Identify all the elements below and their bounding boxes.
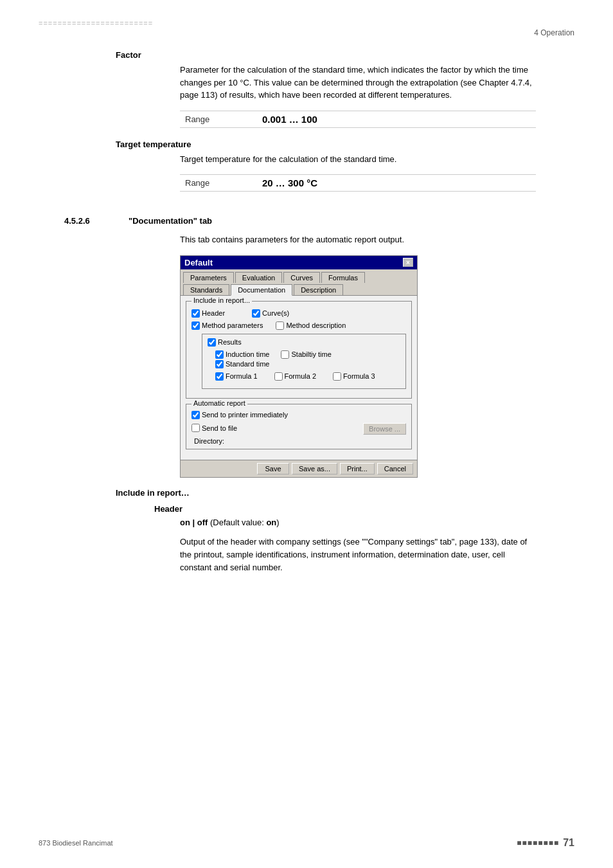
dialog-titlebar: Default ×	[181, 256, 417, 269]
results-checkbox[interactable]	[208, 338, 216, 347]
dialog-body: Include in report... Header Curve(s)	[181, 296, 417, 460]
footer-dots: ■■■■■■■■	[517, 838, 559, 847]
factor-range-label: Range	[180, 111, 257, 127]
header-on-off-line: on | off (Default value: on)	[180, 516, 536, 529]
header-checkbox[interactable]	[191, 309, 200, 318]
formula2-checkbox-item: Formula 2	[274, 372, 317, 381]
send-printer-checkbox[interactable]	[191, 411, 200, 419]
footer-product: 873 Biodiesel Rancimat	[39, 839, 113, 847]
header-label: Header	[202, 309, 225, 317]
default-dialog: Default × Parameters Evaluation Curves F…	[180, 255, 418, 478]
header-description: Output of the header with company settin…	[180, 536, 536, 574]
formula3-checkbox-item: Formula 3	[333, 372, 375, 381]
formula1-checkbox[interactable]	[215, 372, 224, 381]
method-desc-checkbox-item: Method description	[276, 321, 346, 330]
standard-time-label: Standard time	[226, 360, 269, 368]
results-label: Results	[218, 338, 242, 346]
target-temp-description: Target temperature for the calculation o…	[180, 153, 536, 166]
section-number: 4.5.2.6	[64, 216, 116, 226]
directory-row: Directory:	[191, 437, 406, 445]
factor-title: Factor	[116, 50, 574, 60]
send-file-checkbox-item: Send to file	[191, 424, 237, 432]
target-temp-range-value: 20 … 300 °C	[257, 175, 536, 192]
footer-page: 71	[563, 837, 574, 849]
method-params-checkbox-item: Method parameters	[191, 321, 263, 330]
page-footer: 873 Biodiesel Rancimat ■■■■■■■■ 71	[39, 837, 574, 849]
send-file-row: Send to file Browse ...	[191, 423, 406, 435]
send-printer-checkbox-item: Send to printer immediately	[191, 411, 288, 419]
tab-standards[interactable]: Standards	[183, 284, 229, 295]
standard-time-checkbox[interactable]	[215, 360, 224, 368]
curves-label: Curve(s)	[262, 309, 289, 317]
dialog-title: Default	[184, 258, 213, 267]
formula3-label: Formula 3	[343, 372, 375, 380]
method-params-checkbox[interactable]	[191, 321, 200, 330]
factor-range-value: 0.001 … 100	[257, 111, 536, 127]
method-desc-checkbox[interactable]	[276, 321, 284, 330]
top-dashes: ========================	[39, 19, 574, 27]
factor-range-table: Range 0.001 … 100	[180, 111, 536, 128]
header-checkbox-item: Header	[191, 309, 225, 318]
auto-report-label: Automatic report	[191, 399, 247, 407]
stability-checkbox-item: Stabiltiy time	[281, 350, 331, 359]
induction-label: Induction time	[226, 350, 269, 358]
auto-report-group: Automatic report Send to printer immedia…	[186, 404, 412, 449]
section-title: "Documentation" tab	[129, 216, 212, 226]
dialog-footer: Save Save as... Print... Cancel	[181, 460, 417, 477]
tab-formulas[interactable]: Formulas	[321, 272, 365, 283]
target-temp-title: Target temperature	[116, 140, 574, 149]
factor-description: Parameter for the calculation of the sta…	[180, 64, 536, 102]
formula1-label: Formula 1	[226, 372, 258, 380]
header-sub-title: Header	[154, 504, 574, 514]
header-default-text: (Default value: on)	[210, 518, 280, 527]
directory-label: Directory:	[194, 437, 224, 445]
send-printer-row: Send to printer immediately	[191, 411, 406, 420]
curves-checkbox-item: Curve(s)	[252, 309, 289, 318]
include-group-label: Include in report...	[191, 296, 252, 304]
method-desc-label: Method description	[286, 321, 346, 329]
induction-checkbox[interactable]	[215, 350, 224, 359]
include-in-report-group: Include in report... Header Curve(s)	[186, 301, 412, 399]
save-button[interactable]: Save	[257, 463, 289, 475]
browse-button[interactable]: Browse ...	[363, 423, 406, 435]
footer-right: ■■■■■■■■ 71	[517, 837, 574, 849]
checkbox-row-1: Header Curve(s)	[191, 309, 406, 319]
target-temp-range-label: Range	[180, 175, 257, 192]
induction-checkbox-item: Induction time	[215, 350, 269, 359]
tab-description[interactable]: Description	[294, 284, 343, 295]
method-params-label: Method parameters	[202, 321, 263, 329]
tab-documentation[interactable]: Documentation	[231, 284, 292, 296]
save-as-button[interactable]: Save as...	[292, 463, 337, 475]
header-onoff: on | off	[180, 518, 208, 527]
send-file-label: Send to file	[202, 424, 237, 432]
tab-evaluation[interactable]: Evaluation	[235, 272, 282, 283]
chapter-header: 4 Operation	[39, 28, 574, 37]
send-file-checkbox[interactable]	[191, 424, 200, 432]
dialog-close-button[interactable]: ×	[403, 258, 413, 267]
results-group: Results Induction time	[202, 334, 406, 389]
dialog-wrapper: Default × Parameters Evaluation Curves F…	[180, 255, 574, 478]
stability-checkbox[interactable]	[281, 350, 289, 359]
results-checkbox-item: Results	[208, 338, 242, 347]
checkbox-row-2: Method parameters Method description	[191, 321, 406, 331]
results-header-row: Results	[208, 338, 400, 348]
print-button[interactable]: Print...	[340, 463, 375, 475]
send-printer-label: Send to printer immediately	[202, 411, 288, 419]
formula2-label: Formula 2	[285, 372, 317, 380]
include-section-title: Include in report…	[116, 488, 574, 498]
stability-label: Stabiltiy time	[291, 350, 331, 358]
section-intro: This tab contains parameters for the aut…	[180, 233, 536, 246]
standard-time-checkbox-item: Standard time	[215, 360, 269, 368]
curves-checkbox[interactable]	[252, 309, 260, 318]
formula3-checkbox[interactable]	[333, 372, 341, 381]
cancel-button[interactable]: Cancel	[377, 463, 413, 475]
results-row-1: Induction time Stabiltiy time Standard t…	[215, 350, 400, 370]
tab-curves[interactable]: Curves	[283, 272, 320, 283]
tab-parameters[interactable]: Parameters	[183, 272, 234, 283]
dialog-tabs: Parameters Evaluation Curves Formulas St…	[181, 269, 417, 296]
formula1-checkbox-item: Formula 1	[215, 372, 258, 381]
target-temp-range-table: Range 20 … 300 °C	[180, 174, 536, 192]
formula2-checkbox[interactable]	[274, 372, 283, 381]
results-row-2: Formula 1 Formula 2 Formula 3	[215, 372, 400, 382]
